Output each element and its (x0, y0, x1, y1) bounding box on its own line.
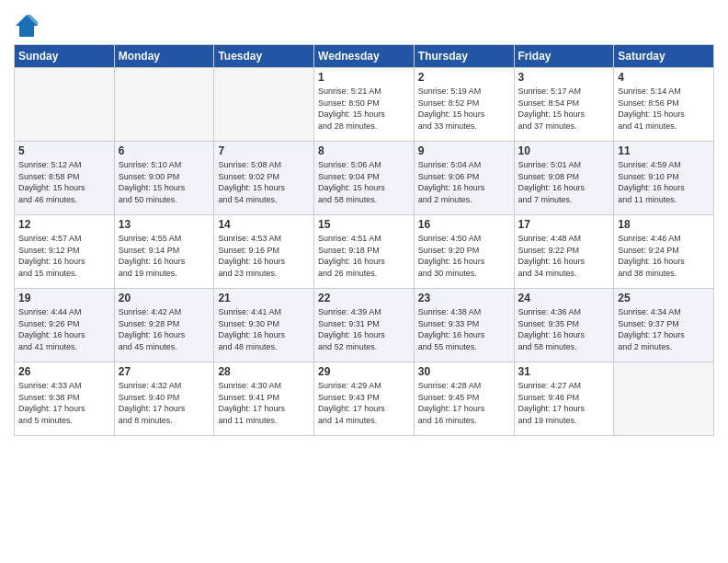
day-info: Sunrise: 4:38 AM Sunset: 9:33 PM Dayligh… (418, 306, 510, 352)
day-number: 13 (119, 218, 210, 231)
calendar-cell: 14Sunrise: 4:53 AM Sunset: 9:16 PM Dayli… (214, 215, 314, 289)
weekday-header-tuesday: Tuesday (214, 45, 314, 68)
calendar-cell: 2Sunrise: 5:19 AM Sunset: 8:52 PM Daylig… (414, 68, 514, 142)
weekday-header-thursday: Thursday (414, 45, 514, 68)
calendar-cell: 4Sunrise: 5:14 AM Sunset: 8:56 PM Daylig… (614, 68, 714, 142)
calendar-cell: 30Sunrise: 4:28 AM Sunset: 9:45 PM Dayli… (414, 362, 514, 436)
calendar-cell: 19Sunrise: 4:44 AM Sunset: 9:26 PM Dayli… (15, 289, 115, 362)
day-info: Sunrise: 4:30 AM Sunset: 9:41 PM Dayligh… (218, 380, 310, 426)
day-info: Sunrise: 4:41 AM Sunset: 9:30 PM Dayligh… (218, 306, 310, 352)
day-info: Sunrise: 5:04 AM Sunset: 9:06 PM Dayligh… (418, 159, 510, 205)
day-number: 18 (618, 218, 710, 231)
weekday-header-wednesday: Wednesday (314, 45, 415, 68)
weekday-header-monday: Monday (114, 45, 214, 68)
calendar-cell: 23Sunrise: 4:38 AM Sunset: 9:33 PM Dayli… (414, 289, 514, 362)
calendar-cell (214, 68, 314, 142)
logo-icon (14, 13, 40, 39)
calendar-cell (114, 68, 214, 142)
calendar-cell: 24Sunrise: 4:36 AM Sunset: 9:35 PM Dayli… (514, 289, 614, 362)
day-info: Sunrise: 5:17 AM Sunset: 8:54 PM Dayligh… (518, 86, 610, 132)
calendar-cell: 25Sunrise: 4:34 AM Sunset: 9:37 PM Dayli… (614, 289, 714, 362)
day-info: Sunrise: 4:29 AM Sunset: 9:43 PM Dayligh… (318, 380, 410, 426)
day-number: 27 (119, 365, 210, 378)
weekday-header-row: SundayMondayTuesdayWednesdayThursdayFrid… (15, 45, 714, 68)
day-number: 24 (518, 292, 610, 304)
day-number: 19 (18, 292, 110, 304)
day-info: Sunrise: 5:10 AM Sunset: 9:00 PM Dayligh… (119, 159, 210, 205)
day-info: Sunrise: 5:01 AM Sunset: 9:08 PM Dayligh… (518, 159, 610, 205)
day-info: Sunrise: 5:21 AM Sunset: 8:50 PM Dayligh… (318, 86, 410, 132)
calendar-cell: 29Sunrise: 4:29 AM Sunset: 9:43 PM Dayli… (314, 362, 415, 436)
day-number: 23 (418, 292, 510, 304)
logo (14, 13, 43, 39)
day-info: Sunrise: 5:14 AM Sunset: 8:56 PM Dayligh… (618, 86, 710, 132)
weekday-header-friday: Friday (514, 45, 614, 68)
day-info: Sunrise: 4:28 AM Sunset: 9:45 PM Dayligh… (418, 380, 510, 426)
calendar-row-3: 12Sunrise: 4:57 AM Sunset: 9:12 PM Dayli… (15, 215, 714, 289)
calendar-cell: 12Sunrise: 4:57 AM Sunset: 9:12 PM Dayli… (15, 215, 115, 289)
calendar-cell: 20Sunrise: 4:42 AM Sunset: 9:28 PM Dayli… (114, 289, 214, 362)
day-number: 11 (618, 144, 710, 157)
day-info: Sunrise: 4:46 AM Sunset: 9:24 PM Dayligh… (618, 233, 710, 279)
day-info: Sunrise: 4:39 AM Sunset: 9:31 PM Dayligh… (318, 306, 410, 352)
calendar-cell: 11Sunrise: 4:59 AM Sunset: 9:10 PM Dayli… (614, 142, 714, 215)
day-info: Sunrise: 5:06 AM Sunset: 9:04 PM Dayligh… (318, 159, 410, 205)
day-number: 25 (618, 292, 710, 304)
day-info: Sunrise: 4:48 AM Sunset: 9:22 PM Dayligh… (518, 233, 610, 279)
day-number: 31 (518, 365, 610, 378)
calendar-cell: 31Sunrise: 4:27 AM Sunset: 9:46 PM Dayli… (514, 362, 614, 436)
day-info: Sunrise: 4:34 AM Sunset: 9:37 PM Dayligh… (618, 306, 710, 352)
calendar-cell: 6Sunrise: 5:10 AM Sunset: 9:00 PM Daylig… (114, 142, 214, 215)
calendar-row-5: 26Sunrise: 4:33 AM Sunset: 9:38 PM Dayli… (15, 362, 714, 436)
day-number: 28 (218, 365, 310, 378)
day-info: Sunrise: 5:08 AM Sunset: 9:02 PM Dayligh… (218, 159, 310, 205)
day-info: Sunrise: 4:36 AM Sunset: 9:35 PM Dayligh… (518, 306, 610, 352)
calendar-cell: 13Sunrise: 4:55 AM Sunset: 9:14 PM Dayli… (114, 215, 214, 289)
day-info: Sunrise: 5:19 AM Sunset: 8:52 PM Dayligh… (418, 86, 510, 132)
calendar-cell: 28Sunrise: 4:30 AM Sunset: 9:41 PM Dayli… (214, 362, 314, 436)
day-number: 7 (218, 144, 310, 157)
day-info: Sunrise: 4:59 AM Sunset: 9:10 PM Dayligh… (618, 159, 710, 205)
day-info: Sunrise: 4:57 AM Sunset: 9:12 PM Dayligh… (18, 233, 110, 279)
day-number: 20 (119, 292, 210, 304)
calendar-cell: 22Sunrise: 4:39 AM Sunset: 9:31 PM Dayli… (314, 289, 415, 362)
day-number: 3 (518, 71, 610, 84)
day-number: 4 (618, 71, 710, 84)
day-info: Sunrise: 4:32 AM Sunset: 9:40 PM Dayligh… (119, 380, 210, 426)
day-number: 1 (318, 71, 410, 84)
calendar-cell: 18Sunrise: 4:46 AM Sunset: 9:24 PM Dayli… (614, 215, 714, 289)
calendar-cell: 15Sunrise: 4:51 AM Sunset: 9:18 PM Dayli… (314, 215, 415, 289)
day-number: 30 (418, 365, 510, 378)
day-number: 10 (518, 144, 610, 157)
day-number: 8 (318, 144, 410, 157)
day-number: 22 (318, 292, 410, 304)
day-info: Sunrise: 4:27 AM Sunset: 9:46 PM Dayligh… (518, 380, 610, 426)
calendar-row-1: 1Sunrise: 5:21 AM Sunset: 8:50 PM Daylig… (15, 68, 714, 142)
day-number: 6 (119, 144, 210, 157)
calendar-cell: 27Sunrise: 4:32 AM Sunset: 9:40 PM Dayli… (114, 362, 214, 436)
day-info: Sunrise: 4:51 AM Sunset: 9:18 PM Dayligh… (318, 233, 410, 279)
day-info: Sunrise: 4:42 AM Sunset: 9:28 PM Dayligh… (119, 306, 210, 352)
weekday-header-saturday: Saturday (614, 45, 714, 68)
calendar-row-4: 19Sunrise: 4:44 AM Sunset: 9:26 PM Dayli… (15, 289, 714, 362)
day-number: 2 (418, 71, 510, 84)
day-info: Sunrise: 5:12 AM Sunset: 8:58 PM Dayligh… (18, 159, 110, 205)
day-info: Sunrise: 4:33 AM Sunset: 9:38 PM Dayligh… (18, 380, 110, 426)
calendar-cell: 16Sunrise: 4:50 AM Sunset: 9:20 PM Dayli… (414, 215, 514, 289)
calendar-cell: 9Sunrise: 5:04 AM Sunset: 9:06 PM Daylig… (414, 142, 514, 215)
calendar-cell: 10Sunrise: 5:01 AM Sunset: 9:08 PM Dayli… (514, 142, 614, 215)
page-container: SundayMondayTuesdayWednesdayThursdayFrid… (0, 0, 728, 443)
day-info: Sunrise: 4:50 AM Sunset: 9:20 PM Dayligh… (418, 233, 510, 279)
day-info: Sunrise: 4:44 AM Sunset: 9:26 PM Dayligh… (18, 306, 110, 352)
calendar-cell (614, 362, 714, 436)
calendar-cell: 21Sunrise: 4:41 AM Sunset: 9:30 PM Dayli… (214, 289, 314, 362)
calendar-cell (15, 68, 115, 142)
day-number: 9 (418, 144, 510, 157)
calendar-cell: 7Sunrise: 5:08 AM Sunset: 9:02 PM Daylig… (214, 142, 314, 215)
calendar-cell: 26Sunrise: 4:33 AM Sunset: 9:38 PM Dayli… (15, 362, 115, 436)
day-number: 14 (218, 218, 310, 231)
calendar-cell: 1Sunrise: 5:21 AM Sunset: 8:50 PM Daylig… (314, 68, 415, 142)
day-info: Sunrise: 4:55 AM Sunset: 9:14 PM Dayligh… (119, 233, 210, 279)
day-number: 17 (518, 218, 610, 231)
day-number: 15 (318, 218, 410, 231)
